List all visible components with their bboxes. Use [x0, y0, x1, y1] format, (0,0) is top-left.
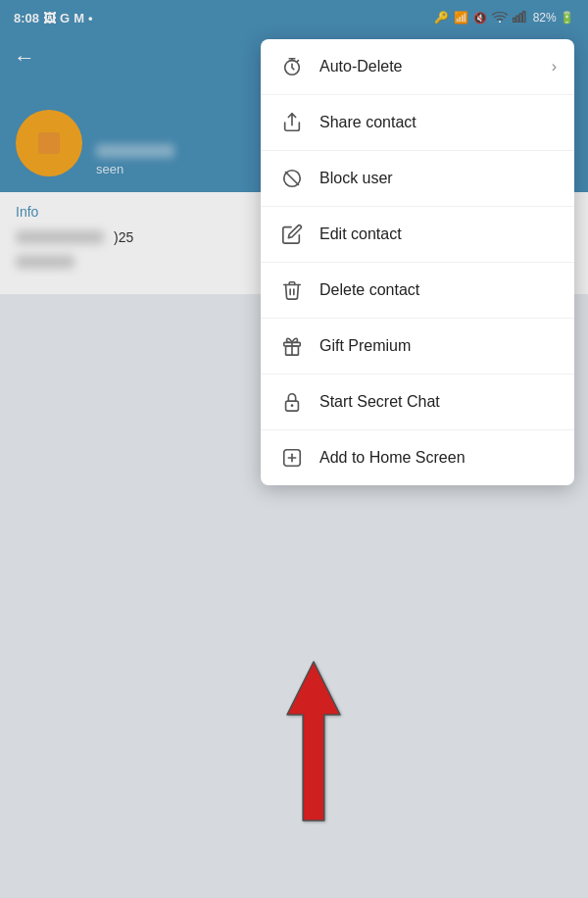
svg-point-12: [291, 404, 294, 407]
menu-item-add-home-screen[interactable]: Add to Home Screen: [261, 430, 574, 485]
delete-contact-label: Delete contact: [319, 281, 557, 299]
dropdown-menu: Auto-Delete › Share contact Block user: [261, 39, 574, 485]
start-secret-chat-label: Start Secret Chat: [319, 393, 557, 411]
menu-item-start-secret-chat[interactable]: Start Secret Chat: [261, 374, 574, 430]
menu-item-block-user[interactable]: Block user: [261, 151, 574, 207]
auto-delete-label: Auto-Delete: [319, 58, 552, 75]
menu-item-auto-delete[interactable]: Auto-Delete ›: [261, 39, 574, 95]
chevron-right-icon: ›: [552, 58, 557, 75]
menu-item-edit-contact[interactable]: Edit contact: [261, 207, 574, 263]
block-user-label: Block user: [319, 170, 557, 187]
menu-item-delete-contact[interactable]: Delete contact: [261, 263, 574, 319]
delete-icon: [278, 276, 306, 304]
gift-premium-label: Gift Premium: [319, 337, 557, 355]
menu-item-gift-premium[interactable]: Gift Premium: [261, 319, 574, 374]
share-contact-label: Share contact: [319, 114, 557, 131]
lock-icon: [278, 388, 306, 416]
gift-icon: [278, 332, 306, 360]
block-icon: [278, 165, 306, 192]
svg-line-8: [286, 173, 299, 185]
edit-icon: [278, 221, 306, 248]
timer-icon: [278, 53, 306, 80]
share-icon: [278, 109, 306, 136]
menu-item-share-contact[interactable]: Share contact: [261, 95, 574, 151]
add-home-icon: [278, 444, 306, 472]
edit-contact-label: Edit contact: [319, 225, 557, 243]
add-home-screen-label: Add to Home Screen: [319, 449, 557, 467]
